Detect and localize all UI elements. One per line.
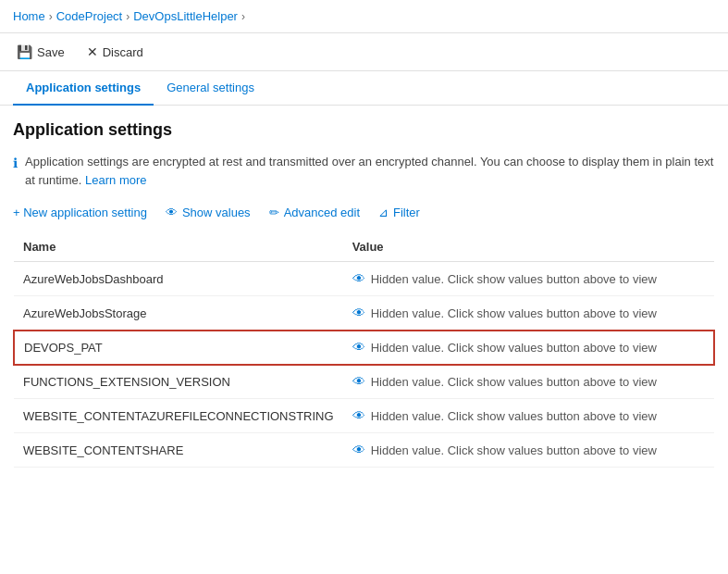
hidden-value-text: Hidden value. Click show values button a…	[371, 375, 657, 389]
setting-value: 👁Hidden value. Click show values button …	[343, 365, 714, 399]
eye-icon: 👁	[352, 306, 365, 320]
setting-name: AzureWebJobsDashboard	[14, 262, 343, 296]
tab-application-settings[interactable]: Application settings	[13, 71, 154, 106]
setting-name: AzureWebJobsStorage	[14, 296, 343, 331]
eye-icon: 👁	[352, 340, 365, 355]
show-values-icon: 👁	[166, 206, 178, 219]
show-values-button[interactable]: 👁 Show values	[166, 204, 251, 221]
tab-general-settings[interactable]: General settings	[154, 71, 267, 106]
toolbar: 💾 Save ✕ Discard	[0, 33, 728, 71]
discard-icon: ✕	[87, 44, 98, 59]
setting-value: 👁Hidden value. Click show values button …	[343, 296, 714, 331]
filter-label: Filter	[393, 206, 420, 219]
breadcrumb-codeproject[interactable]: CodeProject	[56, 9, 123, 23]
hidden-value-text: Hidden value. Click show values button a…	[371, 306, 657, 320]
eye-icon: 👁	[352, 443, 365, 457]
setting-name: WEBSITE_CONTENTAZUREFILECONNECTIONSTRING	[14, 399, 343, 433]
learn-more-link[interactable]: Learn more	[85, 173, 146, 187]
hidden-value-text: Hidden value. Click show values button a…	[371, 341, 657, 355]
setting-value: 👁Hidden value. Click show values button …	[343, 262, 714, 296]
col-header-name: Name	[14, 232, 343, 262]
table-row[interactable]: FUNCTIONS_EXTENSION_VERSION👁Hidden value…	[14, 365, 714, 399]
advanced-edit-label: Advanced edit	[284, 206, 360, 219]
save-icon: 💾	[17, 44, 32, 59]
table-row[interactable]: DEVOPS_PAT👁Hidden value. Click show valu…	[14, 331, 714, 365]
hidden-value-text: Hidden value. Click show values button a…	[371, 409, 657, 423]
discard-label: Discard	[103, 45, 143, 59]
setting-value: 👁Hidden value. Click show values button …	[343, 331, 714, 365]
hidden-value-text: Hidden value. Click show values button a…	[371, 272, 657, 286]
info-icon: ℹ	[13, 154, 18, 173]
filter-icon: ⊿	[378, 206, 389, 219]
actions-bar: + New application setting 👁 Show values …	[13, 204, 715, 221]
breadcrumb-app[interactable]: DevOpsLittleHelper	[133, 9, 238, 23]
breadcrumb-sep2: ›	[126, 10, 130, 23]
table-row[interactable]: WEBSITE_CONTENTAZUREFILECONNECTIONSTRING…	[14, 399, 714, 433]
tabs-container: Application settings General settings	[0, 71, 728, 106]
new-setting-label: + New application setting	[13, 206, 147, 219]
table-row[interactable]: AzureWebJobsStorage👁Hidden value. Click …	[14, 296, 714, 331]
col-header-value: Value	[343, 232, 714, 262]
eye-icon: 👁	[352, 271, 365, 286]
advanced-edit-button[interactable]: ✏ Advanced edit	[269, 204, 360, 221]
breadcrumb: Home › CodeProject › DevOpsLittleHelper …	[0, 0, 728, 33]
breadcrumb-home[interactable]: Home	[13, 9, 45, 23]
setting-value: 👁Hidden value. Click show values button …	[343, 433, 714, 468]
save-button[interactable]: 💾 Save	[13, 43, 68, 61]
info-text: Application settings are encrypted at re…	[25, 153, 715, 189]
table-row[interactable]: WEBSITE_CONTENTSHARE👁Hidden value. Click…	[14, 433, 714, 468]
advanced-edit-icon: ✏	[269, 206, 279, 219]
setting-name: DEVOPS_PAT	[14, 331, 343, 365]
hidden-value-text: Hidden value. Click show values button a…	[371, 443, 657, 457]
discard-button[interactable]: ✕ Discard	[83, 43, 147, 61]
save-label: Save	[37, 45, 65, 59]
info-banner: ℹ Application settings are encrypted at …	[13, 153, 715, 189]
setting-name: FUNCTIONS_EXTENSION_VERSION	[14, 365, 343, 399]
new-setting-button[interactable]: + New application setting	[13, 204, 147, 221]
content-area: Application settings ℹ Application setti…	[0, 106, 728, 482]
setting-name: WEBSITE_CONTENTSHARE	[14, 433, 343, 468]
eye-icon: 👁	[352, 374, 365, 389]
settings-table: Name Value AzureWebJobsDashboard👁Hidden …	[13, 232, 715, 468]
show-values-label: Show values	[182, 206, 251, 219]
setting-value: 👁Hidden value. Click show values button …	[343, 399, 714, 433]
eye-icon: 👁	[352, 408, 365, 423]
page-title: Application settings	[13, 120, 715, 140]
breadcrumb-sep3: ›	[241, 10, 245, 23]
filter-button[interactable]: ⊿ Filter	[378, 204, 420, 221]
table-row[interactable]: AzureWebJobsDashboard👁Hidden value. Clic…	[14, 262, 714, 296]
breadcrumb-sep1: ›	[49, 10, 53, 23]
